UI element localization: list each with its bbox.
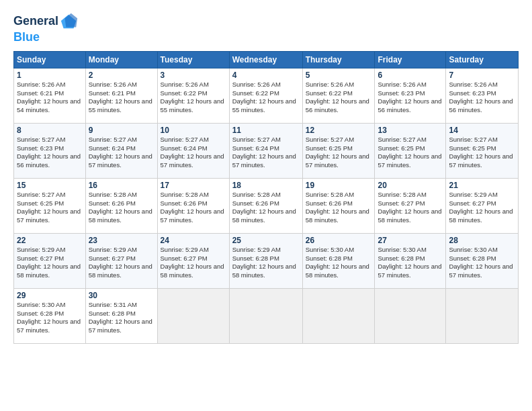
day-info: Sunrise: 5:27 AMSunset: 6:24 PMDaylight:… [161, 136, 224, 169]
day-info: Sunrise: 5:29 AMSunset: 6:27 PMDaylight:… [161, 246, 224, 279]
day-info: Sunrise: 5:28 AMSunset: 6:26 PMDaylight:… [161, 191, 224, 224]
table-row: 15 Sunrise: 5:27 AMSunset: 6:25 PMDaylig… [14, 178, 86, 233]
table-row: 23 Sunrise: 5:29 AMSunset: 6:27 PMDaylig… [85, 233, 157, 288]
day-number: 22 [17, 236, 83, 245]
header: General Blue [13, 12, 519, 44]
table-row [302, 288, 375, 343]
table-row: 12 Sunrise: 5:27 AMSunset: 6:25 PMDaylig… [302, 123, 375, 178]
table-row: 22 Sunrise: 5:29 AMSunset: 6:27 PMDaylig… [14, 233, 86, 288]
day-number: 16 [89, 181, 154, 190]
table-row: 10 Sunrise: 5:27 AMSunset: 6:24 PMDaylig… [157, 123, 229, 178]
day-info: Sunrise: 5:27 AMSunset: 6:25 PMDaylight:… [17, 191, 81, 224]
calendar-table: Sunday Monday Tuesday Wednesday Thursday… [13, 51, 519, 344]
day-number: 28 [449, 236, 515, 245]
day-info: Sunrise: 5:26 AMSunset: 6:21 PMDaylight:… [17, 81, 81, 113]
day-info: Sunrise: 5:30 AMSunset: 6:28 PMDaylight:… [378, 246, 441, 279]
table-row: 7 Sunrise: 5:26 AMSunset: 6:23 PMDayligh… [446, 68, 519, 123]
table-row [446, 288, 519, 343]
table-row: 17 Sunrise: 5:28 AMSunset: 6:26 PMDaylig… [157, 178, 229, 233]
day-number: 20 [378, 181, 443, 190]
day-info: Sunrise: 5:29 AMSunset: 6:27 PMDaylight:… [449, 191, 513, 224]
day-info: Sunrise: 5:26 AMSunset: 6:23 PMDaylight:… [449, 81, 513, 113]
day-info: Sunrise: 5:27 AMSunset: 6:25 PMDaylight:… [449, 136, 513, 169]
day-info: Sunrise: 5:26 AMSunset: 6:23 PMDaylight:… [378, 81, 441, 113]
calendar-row: 29 Sunrise: 5:30 AMSunset: 6:28 PMDaylig… [14, 288, 519, 343]
day-info: Sunrise: 5:28 AMSunset: 6:26 PMDaylight:… [232, 191, 296, 224]
table-row: 16 Sunrise: 5:28 AMSunset: 6:26 PMDaylig… [85, 178, 157, 233]
day-number: 2 [89, 71, 154, 80]
day-number: 18 [232, 181, 300, 190]
table-row: 27 Sunrise: 5:30 AMSunset: 6:28 PMDaylig… [375, 233, 446, 288]
day-info: Sunrise: 5:27 AMSunset: 6:24 PMDaylight:… [89, 136, 152, 169]
day-info: Sunrise: 5:28 AMSunset: 6:26 PMDaylight:… [89, 191, 152, 224]
table-row: 13 Sunrise: 5:27 AMSunset: 6:25 PMDaylig… [375, 123, 446, 178]
table-row: 26 Sunrise: 5:30 AMSunset: 6:28 PMDaylig… [302, 233, 375, 288]
day-number: 1 [17, 71, 83, 80]
table-row: 25 Sunrise: 5:29 AMSunset: 6:28 PMDaylig… [229, 233, 302, 288]
day-info: Sunrise: 5:30 AMSunset: 6:28 PMDaylight:… [17, 301, 81, 334]
table-row: 2 Sunrise: 5:26 AMSunset: 6:21 PMDayligh… [85, 68, 157, 123]
day-number: 7 [449, 71, 515, 80]
day-info: Sunrise: 5:27 AMSunset: 6:23 PMDaylight:… [17, 136, 81, 169]
day-info: Sunrise: 5:26 AMSunset: 6:22 PMDaylight:… [306, 81, 369, 113]
table-row: 11 Sunrise: 5:27 AMSunset: 6:24 PMDaylig… [229, 123, 302, 178]
table-row: 14 Sunrise: 5:27 AMSunset: 6:25 PMDaylig… [446, 123, 519, 178]
day-info: Sunrise: 5:27 AMSunset: 6:25 PMDaylight:… [378, 136, 441, 169]
col-tuesday: Tuesday [157, 51, 229, 68]
logo-icon [60, 12, 79, 31]
day-info: Sunrise: 5:26 AMSunset: 6:21 PMDaylight:… [89, 81, 152, 113]
table-row: 5 Sunrise: 5:26 AMSunset: 6:22 PMDayligh… [302, 68, 375, 123]
day-info: Sunrise: 5:28 AMSunset: 6:26 PMDaylight:… [306, 191, 369, 224]
day-number: 29 [17, 291, 83, 300]
day-number: 10 [161, 126, 226, 135]
day-number: 26 [306, 236, 372, 245]
col-wednesday: Wednesday [229, 51, 302, 68]
day-number: 25 [232, 236, 300, 245]
logo: General Blue [13, 12, 79, 44]
day-info: Sunrise: 5:29 AMSunset: 6:27 PMDaylight:… [17, 246, 81, 279]
day-number: 4 [232, 71, 300, 80]
table-row: 1 Sunrise: 5:26 AMSunset: 6:21 PMDayligh… [14, 68, 86, 123]
day-info: Sunrise: 5:29 AMSunset: 6:28 PMDaylight:… [232, 246, 296, 279]
calendar-page: General Blue Sunday Monday Tuesday Wedne… [0, 0, 532, 411]
day-number: 27 [378, 236, 443, 245]
calendar-row: 22 Sunrise: 5:29 AMSunset: 6:27 PMDaylig… [14, 233, 519, 288]
table-row: 21 Sunrise: 5:29 AMSunset: 6:27 PMDaylig… [446, 178, 519, 233]
col-thursday: Thursday [302, 51, 375, 68]
col-saturday: Saturday [446, 51, 519, 68]
day-info: Sunrise: 5:27 AMSunset: 6:25 PMDaylight:… [306, 136, 369, 169]
table-row: 9 Sunrise: 5:27 AMSunset: 6:24 PMDayligh… [85, 123, 157, 178]
calendar-row: 8 Sunrise: 5:27 AMSunset: 6:23 PMDayligh… [14, 123, 519, 178]
day-number: 14 [449, 126, 515, 135]
day-number: 24 [161, 236, 226, 245]
calendar-row: 1 Sunrise: 5:26 AMSunset: 6:21 PMDayligh… [14, 68, 519, 123]
table-row: 3 Sunrise: 5:26 AMSunset: 6:22 PMDayligh… [157, 68, 229, 123]
table-row [375, 288, 446, 343]
table-row [229, 288, 302, 343]
day-number: 21 [449, 181, 515, 190]
calendar-header-row: Sunday Monday Tuesday Wednesday Thursday… [14, 51, 519, 68]
day-number: 11 [232, 126, 300, 135]
day-info: Sunrise: 5:26 AMSunset: 6:22 PMDaylight:… [232, 81, 296, 113]
table-row: 18 Sunrise: 5:28 AMSunset: 6:26 PMDaylig… [229, 178, 302, 233]
day-number: 23 [89, 236, 154, 245]
table-row: 20 Sunrise: 5:28 AMSunset: 6:27 PMDaylig… [375, 178, 446, 233]
col-friday: Friday [375, 51, 446, 68]
day-number: 5 [306, 71, 372, 80]
day-info: Sunrise: 5:27 AMSunset: 6:24 PMDaylight:… [232, 136, 296, 169]
day-number: 15 [17, 181, 83, 190]
day-info: Sunrise: 5:29 AMSunset: 6:27 PMDaylight:… [89, 246, 152, 279]
svg-marker-1 [65, 13, 78, 28]
col-monday: Monday [85, 51, 157, 68]
table-row: 24 Sunrise: 5:29 AMSunset: 6:27 PMDaylig… [157, 233, 229, 288]
day-number: 19 [306, 181, 372, 190]
table-row [157, 288, 229, 343]
day-info: Sunrise: 5:26 AMSunset: 6:22 PMDaylight:… [161, 81, 224, 113]
day-number: 6 [378, 71, 443, 80]
day-number: 12 [306, 126, 372, 135]
day-number: 3 [161, 71, 226, 80]
day-info: Sunrise: 5:31 AMSunset: 6:28 PMDaylight:… [89, 301, 152, 334]
day-number: 17 [161, 181, 226, 190]
table-row: 30 Sunrise: 5:31 AMSunset: 6:28 PMDaylig… [85, 288, 157, 343]
table-row: 28 Sunrise: 5:30 AMSunset: 6:28 PMDaylig… [446, 233, 519, 288]
